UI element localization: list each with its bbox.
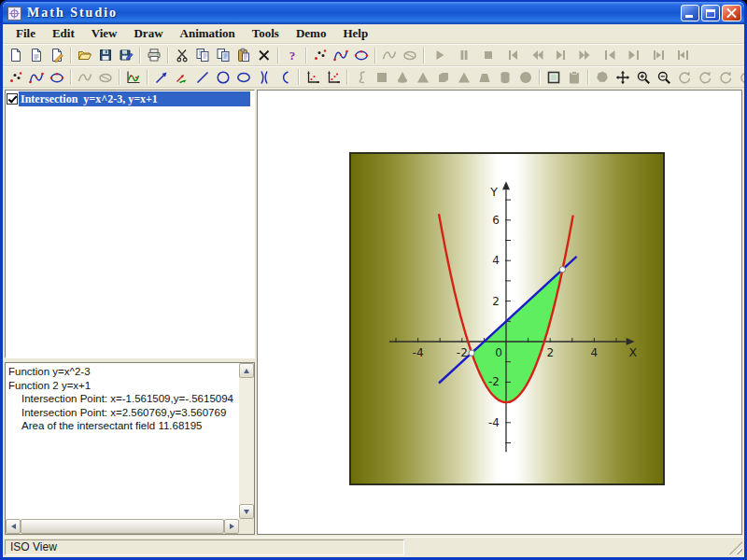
solid-box-icon — [436, 70, 451, 85]
rotate-z-button — [715, 68, 736, 87]
draw-hyperbola-button[interactable] — [254, 68, 275, 87]
print-button[interactable] — [144, 46, 164, 64]
output-hscrollbar[interactable] — [6, 519, 239, 534]
copy-icon — [195, 48, 210, 63]
svg-text:2: 2 — [492, 295, 500, 308]
draw-circle-button[interactable] — [213, 68, 233, 87]
coordinate-axes-icon — [305, 70, 320, 85]
solid-cone-button — [392, 68, 413, 87]
fit-curve-button — [379, 46, 400, 64]
plot-function-button[interactable] — [123, 68, 144, 87]
save-as-icon — [119, 48, 134, 63]
open-icon — [78, 48, 92, 63]
menu-demo[interactable]: Demo — [288, 24, 335, 43]
toolbar-separator — [277, 48, 279, 63]
object-list-item[interactable]: Intersection y=x^2-3, y=x+1 — [6, 91, 254, 106]
draw-arc-button[interactable] — [275, 68, 295, 87]
anim-range-end-button — [670, 46, 695, 64]
toolbar-separator — [346, 69, 348, 85]
vscroll-track[interactable] — [239, 378, 254, 504]
client-area: Intersection y=x^2-3, y=x+1 Function y=x… — [3, 88, 744, 537]
output-vscrollbar[interactable] — [239, 363, 254, 519]
anim-pause-button — [452, 46, 476, 64]
help-icon: ? — [285, 48, 300, 63]
arrow-down-icon — [244, 510, 249, 514]
delete-button[interactable] — [254, 46, 275, 64]
paste-button[interactable] — [233, 46, 254, 64]
output-line: Intersection Point: x=2.560769,y=3.56076… — [8, 406, 238, 420]
maximize-button[interactable] — [701, 5, 720, 21]
toolbar-separator — [167, 48, 169, 63]
draw-open-curve-button[interactable] — [26, 68, 47, 87]
zoom-out-button[interactable] — [654, 68, 674, 87]
edit-document-button[interactable] — [47, 46, 67, 64]
zoom-in-button[interactable] — [633, 68, 654, 87]
maximize-icon — [706, 9, 715, 18]
draw-vector-button[interactable] — [172, 68, 192, 87]
open-curve-button[interactable] — [331, 46, 351, 64]
closed-curve-button[interactable] — [351, 46, 372, 64]
menu-draw[interactable]: Draw — [125, 24, 171, 43]
menu-file[interactable]: File — [7, 24, 44, 43]
coordinate-axes-button[interactable] — [303, 68, 323, 87]
coordinate-axes-grid-button[interactable] — [323, 68, 344, 87]
scroll-right-button[interactable] — [224, 519, 239, 534]
fill-region-icon — [546, 70, 561, 85]
menu-animation[interactable]: Animation — [172, 24, 244, 43]
open-button[interactable] — [75, 46, 95, 64]
item-label: Intersection y=x^2-3, y=x+1 — [19, 91, 250, 106]
draw-hyperbola-icon — [257, 70, 272, 85]
point-set-button[interactable] — [310, 46, 331, 64]
draw-point-set-button[interactable] — [6, 68, 26, 87]
pan-button[interactable] — [613, 68, 633, 87]
anim-range-start-button — [646, 46, 670, 64]
draw-circle-icon — [216, 70, 231, 85]
svg-text:6: 6 — [492, 214, 500, 227]
solid-box-button — [433, 68, 454, 87]
paste-icon — [236, 48, 251, 63]
rotate-y-button — [695, 68, 715, 87]
copy-button[interactable] — [192, 46, 213, 64]
cut-button[interactable] — [172, 46, 192, 64]
new-report-button[interactable] — [26, 46, 47, 64]
solid-cube-button — [372, 68, 392, 87]
draw-arrow-button[interactable] — [151, 68, 172, 87]
anim-go-start-button — [598, 46, 622, 64]
menu-view[interactable]: View — [83, 24, 126, 43]
save-as-button[interactable] — [116, 46, 136, 64]
scroll-down-button[interactable] — [239, 504, 254, 519]
help-button[interactable]: ? — [282, 46, 303, 64]
titlebar-buttons — [679, 5, 741, 21]
solid-sphere-icon — [518, 70, 533, 85]
hscroll-track[interactable] — [21, 519, 224, 534]
menu-edit[interactable]: Edit — [44, 24, 83, 43]
resize-grip[interactable] — [729, 541, 742, 554]
copy-special-button[interactable] — [213, 46, 233, 64]
hscroll-thumb[interactable] — [21, 519, 224, 534]
menu-help[interactable]: Help — [334, 24, 376, 43]
save-button[interactable] — [95, 46, 116, 64]
draw-closed-curve-button[interactable] — [47, 68, 67, 87]
scroll-left-button[interactable] — [6, 519, 21, 534]
output-line: Area of the intersectant field 11.68195 — [8, 419, 238, 433]
new-report-icon — [29, 48, 44, 63]
new-button[interactable] — [6, 46, 26, 64]
minimize-button[interactable] — [681, 5, 699, 21]
scroll-up-button[interactable] — [239, 363, 254, 378]
close-button[interactable] — [722, 5, 741, 21]
anim-go-start-icon — [602, 48, 617, 63]
anim-step-forward-button — [549, 46, 573, 64]
app-icon — [7, 7, 21, 21]
toolbar-separator — [147, 69, 148, 85]
item-checkbox[interactable] — [7, 93, 18, 105]
copy-special-icon — [216, 48, 231, 63]
anim-back-button — [525, 46, 549, 64]
menu-tools[interactable]: Tools — [244, 24, 288, 43]
rotate-free-button — [736, 68, 744, 87]
draw-ellipse-button[interactable] — [233, 68, 254, 87]
draw-line-button[interactable] — [192, 68, 213, 87]
fit-closed-curve-icon — [402, 48, 417, 63]
draw-ellipse-icon — [236, 70, 251, 85]
fill-region-button[interactable] — [543, 68, 564, 87]
solid-cylinder-button — [495, 68, 515, 87]
